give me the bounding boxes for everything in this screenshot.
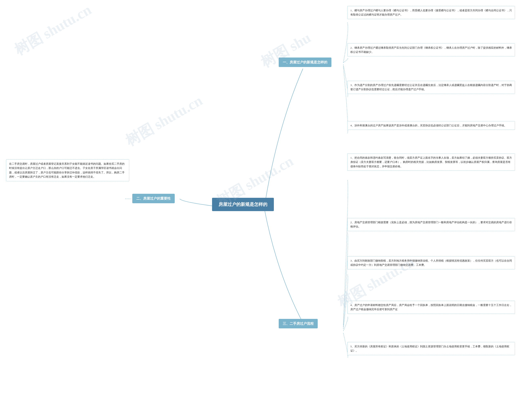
leaf-box-3: 3、作为遗产分割的房产办理过户首先遗嘱需要经过公证并且在遗嘱生效后，法定继承人或… bbox=[347, 81, 515, 94]
leaf-box-4: 4、涉外和港澳台的过户房产如果该房产是涉外或港澳台的，买卖协议也必须经公证部门公… bbox=[347, 121, 515, 130]
leaf-box-1: 1、赠与房产办理过户赠与人要办理《赠与公证书》，而受赠人也要办理《接受赠与公证书… bbox=[347, 6, 515, 19]
leaf-box-2: 2、继承房产办理过户通过继承取得房产应当先到公证部门办理《继承权公证书》，继承人… bbox=[347, 43, 515, 57]
central-node: 房屋过户的新规是怎样的 bbox=[212, 198, 274, 211]
leaf-box-5: 1、把合同的条款和违约条款写清楚，签合同时，须卖方房产证上面名字的当事人在场，卖… bbox=[347, 153, 515, 171]
level2-node-1: 一、房屋过户的新规是怎样的 bbox=[279, 58, 331, 67]
left-content-box: 在二手房交易时，房屋过户或者房屋登记直接关系到子女能不能就近读书的问题。如果你买… bbox=[6, 159, 129, 181]
level2-node-3: 三、二手房过户流程 bbox=[279, 319, 318, 328]
leaf-box-6: 2、房地产交易管理部门根据需要（实际上是必须，因为房地产交易管理部门一般和房地产… bbox=[347, 218, 515, 231]
level2-node-2: 二、房屋过户的重要性 bbox=[132, 194, 175, 203]
watermark-2: 树图 shutu.cn bbox=[122, 91, 206, 150]
mindmap-container: 树图 shutu.cn 树图 shutu.cn 树图 shu 树图 shutu.… bbox=[0, 0, 517, 420]
leaf-box-8: 4、房产过户的申请材料都交给房产局后，房产局会给予一个回执单，按照回执单上面说明… bbox=[347, 301, 515, 314]
leaf-box-9: 5、买方持新的《房屋所有权证》和原来的《土地使用权证》到国土资源管理部门办土地使… bbox=[347, 342, 515, 355]
leaf-box-7: 3、由买方到财政部门缴纳契税，卖方到地方税务局申报缴纳营业税、个人所得税（根据情… bbox=[347, 256, 515, 270]
watermark-1: 树图 shutu.cn bbox=[11, 0, 95, 60]
